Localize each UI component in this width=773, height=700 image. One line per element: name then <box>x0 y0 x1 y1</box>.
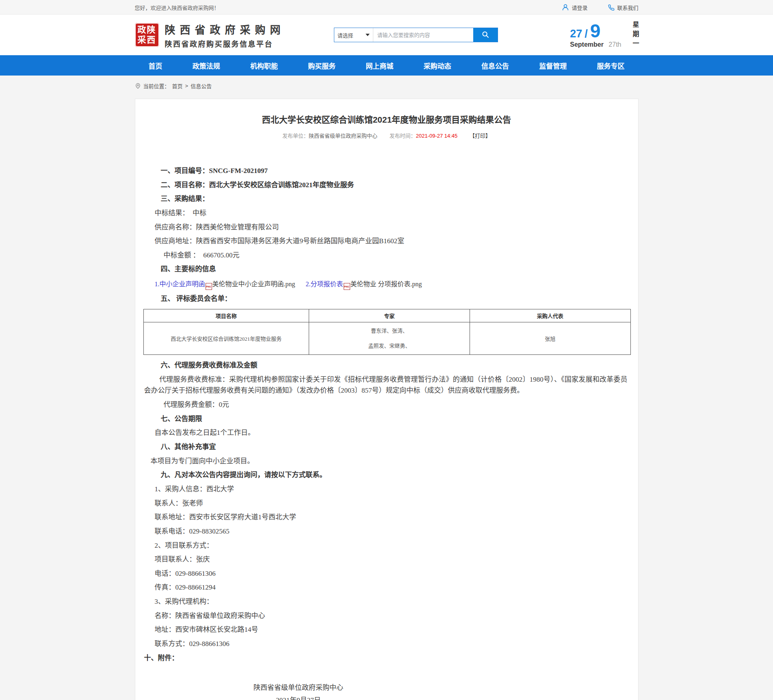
article-heading: 四、主要标的信息 <box>155 264 619 274</box>
search-select-label: 请选择 <box>338 31 353 39</box>
article-text: 代理服务费金额：0元 <box>155 400 619 410</box>
main-nav: 首页 政策法规 机构职能 购买服务 网上商城 采购动态 信息公告 监督管理 服务… <box>0 55 773 76</box>
breadcrumb-current: 信息公告 <box>191 82 212 90</box>
column-header-buyer-rep: 采购人代表 <box>470 309 630 322</box>
article-text: 传真：029-88661294 <box>155 583 619 593</box>
table-header-row: 项目名称 专家 采购人代表 <box>143 309 630 322</box>
article-text: 2、项目联系方式： <box>155 541 619 551</box>
page: 您好，欢迎进入陕西省政府采购网！ 请登录 联系我们 <box>0 0 773 700</box>
article-body: 一、项目编号：SNCG-FM-2021097 二、项目名称：西北大学长安校区综合… <box>135 166 638 700</box>
column-header-project: 项目名称 <box>143 309 309 322</box>
announcement-card: 西北大学长安校区综合训练馆2021年度物业服务项目采购结果公告 发布单位：陕西省… <box>135 99 639 700</box>
article-text: 本项目为专门面向中小企业项目。 <box>151 456 619 467</box>
search-input[interactable] <box>373 28 473 42</box>
nav-item-announcements[interactable]: 信息公告 <box>479 60 511 71</box>
article-heading: 十、附件： <box>144 653 619 663</box>
article-heading: 五、 评标委员会名单： <box>155 294 619 304</box>
login-link[interactable]: 请登录 <box>562 4 587 11</box>
brand[interactable]: 政陕 采西 陕西省政府采购网 陕西省政府购买服务信息平台 <box>135 22 285 49</box>
logo-text-bottom: 采西 <box>136 35 158 45</box>
signature-block: 陕西省省级单位政府采购中心 2021年9月27日 <box>155 682 442 700</box>
article-text: 电话：029-88661306 <box>155 569 619 579</box>
search-bar: 请选择 <box>334 28 498 42</box>
attachment-2-filename: 美伦物业 分项报价表.png <box>351 281 422 287</box>
nav-item-service-zone[interactable]: 服务专区 <box>595 60 627 71</box>
attachment-1-number: 1. <box>155 281 160 287</box>
header: 政陕 采西 陕西省政府采购网 陕西省政府购买服务信息平台 请选择 <box>0 15 773 55</box>
article-heading: 九、凡对本次公告内容提出询问，请按以下方式联系。 <box>155 470 619 480</box>
publisher-value: 陕西省省级单位政府采购中心 <box>309 133 377 139</box>
nav-item-functions[interactable]: 机构职能 <box>248 60 280 71</box>
nav-item-home[interactable]: 首页 <box>146 60 165 71</box>
column-header-experts: 专家 <box>309 309 470 322</box>
article-text: 1、采购人信息：西北大学 <box>155 484 619 495</box>
contact-link[interactable]: 联系我们 <box>608 4 638 11</box>
article-heading: 七、公告期限 <box>155 414 619 424</box>
search-button[interactable] <box>473 28 498 42</box>
publish-time-label: 发布时间： <box>390 133 416 139</box>
nav-item-policies[interactable]: 政策法规 <box>190 60 223 71</box>
cell-buyer-representative: 张旭 <box>470 322 630 354</box>
article-heading: 一、项目编号：SNCG-FM-2021097 <box>155 166 619 176</box>
date-month-name: September <box>570 41 604 48</box>
breadcrumb-band: 当前位置： 首页 > 信息公告 <box>0 76 773 95</box>
png-file-icon: PNG <box>344 283 350 290</box>
article-text: 代理服务费收费标准：采购代理机构参照国家计委关于印发《招标代理服务收费管理暂行办… <box>144 374 628 396</box>
date-day: 27 <box>570 28 582 40</box>
article-heading: 六、代理服务费收费标准及金额 <box>155 361 619 371</box>
publish-time-value: 2021-09-27 14:45 <box>416 133 458 139</box>
article-text: 供应商名称：陕西美伦物业管理有限公司 <box>155 223 619 233</box>
article-text: 供应商地址：陕西省西安市国际港务区港务大道9号新丝路国际电商产业园B1602室 <box>155 236 619 246</box>
breadcrumb-home-link[interactable]: 首页 <box>172 82 183 90</box>
article-text: 名称：陕西省省级单位政府采购中心 <box>155 611 619 621</box>
signature-org: 陕西省省级单位政府采购中心 <box>155 682 442 692</box>
evaluation-committee-table: 项目名称 专家 采购人代表 西北大学长安校区综合训练馆2021年度物业服务 曹东… <box>143 309 631 355</box>
search-icon <box>481 30 489 40</box>
article-text: 项目联系人：张庆 <box>155 555 619 565</box>
search-category-select[interactable]: 请选择 <box>334 28 373 42</box>
nav-item-online-mall[interactable]: 网上商城 <box>364 60 396 71</box>
publisher-label: 发布单位： <box>282 133 309 139</box>
article-text: 联系人：张老师 <box>155 499 619 509</box>
page-title: 西北大学长安校区综合训练馆2021年度物业服务项目采购结果公告 <box>135 113 638 125</box>
article-heading: 三、采购结果： <box>155 194 619 204</box>
contact-label: 联系我们 <box>617 4 638 11</box>
article-text: 联系地址：西安市长安区学府大道1号西北大学 <box>155 512 619 523</box>
cell-experts: 曹东洋、张涛、 孟照发、宋继勇、 <box>309 322 470 354</box>
article-text: 联系电话：029-88302565 <box>155 527 619 537</box>
nav-item-supervision[interactable]: 监督管理 <box>537 60 569 71</box>
nav-item-procurement-news[interactable]: 采购动态 <box>421 60 454 71</box>
print-button[interactable]: 【打印】 <box>470 133 491 139</box>
experts-line-2: 孟照发、宋继勇、 <box>309 338 470 354</box>
cell-project-name: 西北大学长安校区综合训练馆2021年度物业服务 <box>143 322 309 354</box>
png-file-icon: PNG <box>206 283 212 290</box>
breadcrumb: 当前位置： 首页 > 信息公告 <box>135 82 639 90</box>
article-text: 地址：西安市碑林区长安北路14号 <box>155 625 619 635</box>
date-widget: 27 / 9 September 27th 星期一 <box>570 21 638 49</box>
site-title: 陕西省政府采购网 <box>165 22 285 37</box>
welcome-text: 您好，欢迎进入陕西省政府采购网！ <box>135 4 219 11</box>
phone-icon <box>608 4 615 11</box>
article-heading: 二、项目名称：西北大学长安校区综合训练馆2021年度物业服务 <box>155 180 619 190</box>
breadcrumb-separator: > <box>185 83 188 89</box>
article-meta: 发布单位：陕西省省级单位政府采购中心 发布时间：2021-09-27 14:45… <box>135 132 638 139</box>
location-pin-icon <box>135 83 141 89</box>
site-logo: 政陕 采西 <box>135 23 159 47</box>
date-ordinal: 27th <box>608 41 621 48</box>
attachment-2-number: 2. <box>306 281 311 287</box>
login-label: 请登录 <box>572 4 587 11</box>
user-icon <box>562 4 569 11</box>
topbar: 您好，欢迎进入陕西省政府采购网！ 请登录 联系我们 <box>0 0 773 15</box>
attachment-1-link[interactable]: 中小企业声明函 <box>160 281 205 287</box>
attachment-2-link[interactable]: 分项报价表 <box>311 281 343 287</box>
article-text: 自本公告发布之日起1个工作日。 <box>155 428 619 438</box>
site-subtitle: 陕西省政府购买服务信息平台 <box>165 38 285 49</box>
logo-text-top: 政陕 <box>136 25 158 35</box>
nav-item-purchase-services[interactable]: 购买服务 <box>305 60 338 71</box>
article-text: 中标金额 ： 666705.00元 <box>155 251 619 261</box>
attachment-1-filename: 美伦物业中小企业声明函.png <box>212 281 295 287</box>
date-month-number: 9 <box>590 22 601 40</box>
experts-line-1: 曹东洋、张涛、 <box>309 323 470 339</box>
article-heading: 八、其他补充事宜 <box>155 442 619 452</box>
article-text: 中标结果： 中标 <box>155 208 619 218</box>
